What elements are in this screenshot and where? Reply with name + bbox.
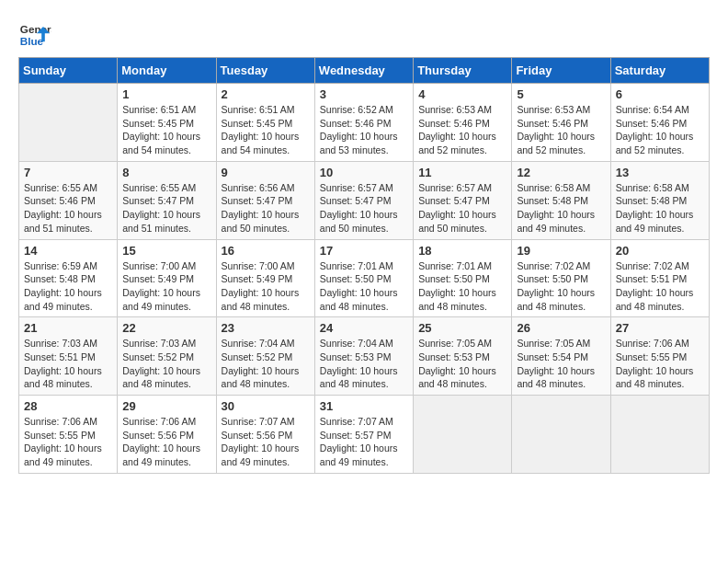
day-info: Sunrise: 6:55 AM Sunset: 5:46 PM Dayligh… bbox=[24, 181, 112, 236]
day-info: Sunrise: 6:59 AM Sunset: 5:48 PM Dayligh… bbox=[24, 259, 112, 314]
day-info: Sunrise: 7:01 AM Sunset: 5:50 PM Dayligh… bbox=[418, 259, 506, 314]
day-number: 17 bbox=[320, 244, 408, 258]
day-number: 20 bbox=[616, 244, 704, 258]
calendar-week-3: 21 Sunrise: 7:03 AM Sunset: 5:51 PM Dayl… bbox=[19, 317, 710, 396]
day-number: 18 bbox=[418, 244, 506, 258]
day-info: Sunrise: 6:53 AM Sunset: 5:46 PM Dayligh… bbox=[418, 103, 506, 157]
day-number: 15 bbox=[122, 244, 210, 258]
calendar-cell: 19 Sunrise: 7:02 AM Sunset: 5:50 PM Dayl… bbox=[512, 239, 610, 317]
header-wednesday: Wednesday bbox=[314, 58, 413, 84]
calendar-cell: 24 Sunrise: 7:04 AM Sunset: 5:53 PM Dayl… bbox=[314, 317, 413, 396]
day-info: Sunrise: 7:02 AM Sunset: 5:51 PM Dayligh… bbox=[616, 259, 704, 314]
calendar-cell: 17 Sunrise: 7:01 AM Sunset: 5:50 PM Dayl… bbox=[314, 239, 413, 317]
day-info: Sunrise: 6:52 AM Sunset: 5:46 PM Dayligh… bbox=[320, 103, 408, 157]
day-info: Sunrise: 7:00 AM Sunset: 5:49 PM Dayligh… bbox=[122, 259, 210, 314]
calendar-cell: 27 Sunrise: 7:06 AM Sunset: 5:55 PM Dayl… bbox=[610, 317, 709, 396]
calendar-cell bbox=[512, 396, 610, 474]
day-info: Sunrise: 7:04 AM Sunset: 5:53 PM Dayligh… bbox=[320, 337, 408, 391]
calendar-table: SundayMondayTuesdayWednesdayThursdayFrid… bbox=[18, 57, 710, 474]
day-number: 19 bbox=[517, 244, 605, 258]
calendar-week-1: 7 Sunrise: 6:55 AM Sunset: 5:46 PM Dayli… bbox=[19, 161, 710, 239]
calendar-cell: 10 Sunrise: 6:57 AM Sunset: 5:47 PM Dayl… bbox=[314, 161, 413, 239]
svg-text:Blue: Blue bbox=[20, 35, 44, 47]
day-number: 16 bbox=[222, 244, 310, 258]
calendar-cell: 5 Sunrise: 6:53 AM Sunset: 5:46 PM Dayli… bbox=[512, 84, 610, 162]
calendar-cell: 16 Sunrise: 7:00 AM Sunset: 5:49 PM Dayl… bbox=[216, 239, 314, 317]
calendar-cell: 9 Sunrise: 6:56 AM Sunset: 5:47 PM Dayli… bbox=[216, 161, 314, 239]
calendar-cell: 28 Sunrise: 7:06 AM Sunset: 5:55 PM Dayl… bbox=[19, 396, 118, 474]
calendar-cell bbox=[19, 84, 118, 162]
calendar-cell: 29 Sunrise: 7:06 AM Sunset: 5:56 PM Dayl… bbox=[118, 396, 216, 474]
day-info: Sunrise: 7:06 AM Sunset: 5:55 PM Dayligh… bbox=[616, 337, 704, 391]
calendar-cell: 14 Sunrise: 6:59 AM Sunset: 5:48 PM Dayl… bbox=[19, 239, 118, 317]
calendar-week-4: 28 Sunrise: 7:06 AM Sunset: 5:55 PM Dayl… bbox=[19, 396, 710, 474]
calendar-cell: 22 Sunrise: 7:03 AM Sunset: 5:52 PM Dayl… bbox=[118, 317, 216, 396]
calendar-week-2: 14 Sunrise: 6:59 AM Sunset: 5:48 PM Dayl… bbox=[19, 239, 710, 317]
calendar-cell: 31 Sunrise: 7:07 AM Sunset: 5:57 PM Dayl… bbox=[314, 396, 413, 474]
day-number: 7 bbox=[24, 166, 112, 179]
day-number: 3 bbox=[320, 87, 408, 101]
day-number: 2 bbox=[222, 87, 310, 101]
day-info: Sunrise: 7:05 AM Sunset: 5:54 PM Dayligh… bbox=[517, 337, 605, 391]
day-info: Sunrise: 6:53 AM Sunset: 5:46 PM Dayligh… bbox=[517, 103, 605, 157]
calendar-cell: 23 Sunrise: 7:04 AM Sunset: 5:52 PM Dayl… bbox=[216, 317, 314, 396]
day-info: Sunrise: 6:55 AM Sunset: 5:47 PM Dayligh… bbox=[122, 181, 210, 236]
calendar-cell: 6 Sunrise: 6:54 AM Sunset: 5:46 PM Dayli… bbox=[610, 84, 709, 162]
day-info: Sunrise: 6:58 AM Sunset: 5:48 PM Dayligh… bbox=[616, 181, 704, 236]
day-number: 26 bbox=[517, 321, 605, 335]
page-header: General Blue bbox=[18, 18, 710, 52]
day-number: 21 bbox=[24, 321, 112, 335]
calendar-cell bbox=[610, 396, 709, 474]
day-info: Sunrise: 6:51 AM Sunset: 5:45 PM Dayligh… bbox=[222, 103, 310, 157]
day-number: 28 bbox=[24, 399, 112, 413]
header-monday: Monday bbox=[118, 58, 216, 84]
day-info: Sunrise: 7:00 AM Sunset: 5:49 PM Dayligh… bbox=[222, 259, 310, 314]
day-info: Sunrise: 7:05 AM Sunset: 5:53 PM Dayligh… bbox=[418, 337, 506, 391]
calendar-cell: 30 Sunrise: 7:07 AM Sunset: 5:56 PM Dayl… bbox=[216, 396, 314, 474]
day-number: 25 bbox=[418, 321, 506, 335]
day-number: 31 bbox=[320, 399, 408, 413]
day-info: Sunrise: 6:58 AM Sunset: 5:48 PM Dayligh… bbox=[517, 181, 605, 236]
calendar-cell bbox=[414, 396, 512, 474]
day-info: Sunrise: 7:06 AM Sunset: 5:56 PM Dayligh… bbox=[122, 415, 210, 469]
calendar-cell: 20 Sunrise: 7:02 AM Sunset: 5:51 PM Dayl… bbox=[610, 239, 709, 317]
day-number: 22 bbox=[122, 321, 210, 335]
day-info: Sunrise: 7:07 AM Sunset: 5:56 PM Dayligh… bbox=[222, 415, 310, 469]
day-info: Sunrise: 7:02 AM Sunset: 5:50 PM Dayligh… bbox=[517, 259, 605, 314]
header-thursday: Thursday bbox=[414, 58, 512, 84]
logo: General Blue bbox=[18, 18, 55, 52]
day-info: Sunrise: 6:57 AM Sunset: 5:47 PM Dayligh… bbox=[320, 181, 408, 236]
header-friday: Friday bbox=[512, 58, 610, 84]
calendar-cell: 18 Sunrise: 7:01 AM Sunset: 5:50 PM Dayl… bbox=[414, 239, 512, 317]
calendar-cell: 11 Sunrise: 6:57 AM Sunset: 5:47 PM Dayl… bbox=[414, 161, 512, 239]
calendar-cell: 25 Sunrise: 7:05 AM Sunset: 5:53 PM Dayl… bbox=[414, 317, 512, 396]
day-number: 13 bbox=[616, 166, 704, 179]
day-number: 30 bbox=[222, 399, 310, 413]
header-saturday: Saturday bbox=[610, 58, 709, 84]
day-number: 24 bbox=[320, 321, 408, 335]
calendar-cell: 26 Sunrise: 7:05 AM Sunset: 5:54 PM Dayl… bbox=[512, 317, 610, 396]
calendar-cell: 7 Sunrise: 6:55 AM Sunset: 5:46 PM Dayli… bbox=[19, 161, 118, 239]
day-number: 1 bbox=[122, 87, 210, 101]
day-number: 12 bbox=[517, 166, 605, 179]
calendar-cell: 15 Sunrise: 7:00 AM Sunset: 5:49 PM Dayl… bbox=[118, 239, 216, 317]
day-info: Sunrise: 7:04 AM Sunset: 5:52 PM Dayligh… bbox=[222, 337, 310, 391]
day-info: Sunrise: 7:07 AM Sunset: 5:57 PM Dayligh… bbox=[320, 415, 408, 469]
calendar-header-row: SundayMondayTuesdayWednesdayThursdayFrid… bbox=[19, 58, 710, 84]
day-number: 23 bbox=[222, 321, 310, 335]
day-info: Sunrise: 6:54 AM Sunset: 5:46 PM Dayligh… bbox=[616, 103, 704, 157]
day-info: Sunrise: 7:01 AM Sunset: 5:50 PM Dayligh… bbox=[320, 259, 408, 314]
day-number: 29 bbox=[122, 399, 210, 413]
day-number: 8 bbox=[122, 166, 210, 179]
day-info: Sunrise: 7:03 AM Sunset: 5:52 PM Dayligh… bbox=[122, 337, 210, 391]
day-number: 27 bbox=[616, 321, 704, 335]
day-info: Sunrise: 7:06 AM Sunset: 5:55 PM Dayligh… bbox=[24, 415, 112, 469]
calendar-cell: 1 Sunrise: 6:51 AM Sunset: 5:45 PM Dayli… bbox=[118, 84, 216, 162]
day-number: 11 bbox=[418, 166, 506, 179]
header-tuesday: Tuesday bbox=[216, 58, 314, 84]
header-sunday: Sunday bbox=[19, 58, 118, 84]
day-number: 5 bbox=[517, 87, 605, 101]
calendar-week-0: 1 Sunrise: 6:51 AM Sunset: 5:45 PM Dayli… bbox=[19, 84, 710, 162]
calendar-cell: 3 Sunrise: 6:52 AM Sunset: 5:46 PM Dayli… bbox=[314, 84, 413, 162]
day-number: 6 bbox=[616, 87, 704, 101]
